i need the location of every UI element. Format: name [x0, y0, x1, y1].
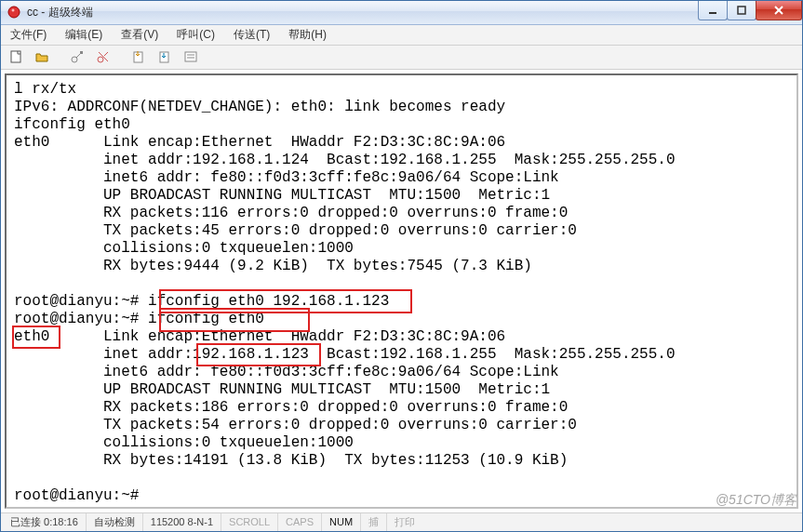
- app-icon: [7, 5, 21, 20]
- svg-point-1: [12, 9, 15, 12]
- highlight-box: [159, 289, 412, 313]
- svg-point-10: [98, 57, 103, 62]
- open-icon[interactable]: [31, 46, 53, 68]
- svg-line-4: [775, 7, 783, 14]
- svg-line-5: [775, 7, 783, 14]
- new-icon[interactable]: [5, 46, 27, 68]
- menu-edit[interactable]: 编辑(E): [60, 25, 108, 45]
- status-detect: 自动检测: [87, 513, 143, 531]
- svg-point-0: [8, 7, 20, 18]
- window-controls: [699, 1, 802, 20]
- status-capture: 捕: [361, 513, 387, 531]
- app-window: cc - 超级终端 文件(F) 编辑(E) 查看(V) 呼叫(C) 传送(T) …: [0, 0, 803, 532]
- status-connected: 已连接 0:18:16: [3, 513, 87, 531]
- menu-transfer[interactable]: 传送(T): [228, 25, 275, 45]
- close-button[interactable]: [756, 1, 802, 20]
- svg-rect-9: [80, 51, 83, 54]
- disconnect-icon[interactable]: [92, 46, 114, 68]
- menu-call[interactable]: 呼叫(C): [171, 25, 221, 45]
- terminal-output[interactable]: l rx/tx IPv6: ADDRCONF(NETDEV_CHANGE): e…: [5, 73, 798, 509]
- status-num: NUM: [322, 513, 361, 531]
- menubar: 文件(F) 编辑(E) 查看(V) 呼叫(C) 传送(T) 帮助(H): [1, 25, 802, 46]
- svg-rect-15: [185, 52, 196, 61]
- svg-rect-6: [11, 51, 20, 62]
- send-icon[interactable]: [127, 46, 150, 68]
- menu-help[interactable]: 帮助(H): [283, 25, 332, 45]
- titlebar[interactable]: cc - 超级终端: [1, 1, 802, 25]
- status-serial: 115200 8-N-1: [143, 513, 221, 531]
- terminal-area: l rx/tx IPv6: ADDRCONF(NETDEV_CHANGE): e…: [1, 70, 802, 512]
- connect-icon[interactable]: [66, 46, 88, 68]
- menu-file[interactable]: 文件(F): [5, 25, 52, 45]
- highlight-box: [12, 326, 60, 349]
- highlight-box: [159, 308, 310, 332]
- minimize-button[interactable]: [698, 1, 728, 20]
- status-caps: CAPS: [278, 513, 322, 531]
- statusbar: 已连接 0:18:16 自动检测 115200 8-N-1 SCROLL CAP…: [1, 512, 802, 531]
- svg-line-11: [104, 52, 108, 56]
- status-scroll: SCROLL: [221, 513, 278, 531]
- menu-view[interactable]: 查看(V): [115, 25, 164, 45]
- maximize-button[interactable]: [727, 1, 756, 20]
- toolbar: [1, 46, 802, 70]
- svg-rect-3: [738, 7, 745, 14]
- window-title: cc - 超级终端: [27, 5, 93, 20]
- highlight-box: [196, 343, 321, 366]
- status-print: 打印: [387, 513, 422, 531]
- properties-icon[interactable]: [180, 46, 202, 68]
- receive-icon[interactable]: [154, 46, 176, 68]
